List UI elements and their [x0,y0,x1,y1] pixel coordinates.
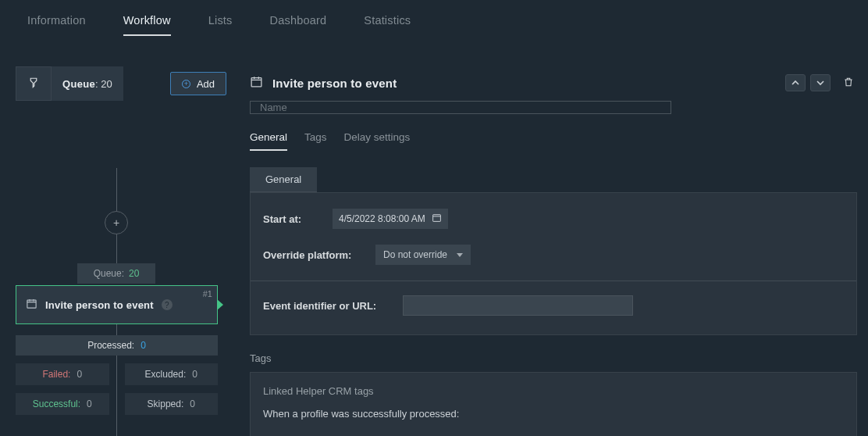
tab-information[interactable]: Information [27,14,86,36]
subtab-general[interactable]: General [250,131,287,151]
tab-dashboard[interactable]: Dashboard [270,14,327,36]
svg-rect-0 [27,300,36,308]
add-step-node[interactable]: + [105,211,128,234]
start-at-field[interactable]: 4/5/2022 8:08:00 AM [333,209,448,229]
tab-workflow[interactable]: Workflow [123,14,171,36]
active-step-arrow [217,299,223,310]
panel-title: Invite person to event [272,77,397,90]
subtab-delay-settings[interactable]: Delay settings [344,131,411,151]
processed-pill: Processed: 0 [16,335,218,356]
queue-label: Queue: 20 [52,66,123,101]
help-icon[interactable]: ? [162,299,173,310]
step-name-input[interactable] [250,101,671,114]
tags-section-header: Tags [250,352,857,364]
event-identifier-input[interactable] [403,295,633,316]
svg-rect-1 [251,78,261,87]
svg-rect-2 [432,215,440,222]
subtab-tags[interactable]: Tags [304,131,327,151]
queue-icon[interactable] [16,66,52,101]
tab-lists[interactable]: Lists [208,14,233,36]
step-number-badge: #1 [203,289,212,298]
delete-icon[interactable] [843,76,857,91]
move-down-button[interactable] [810,74,831,91]
queue-pill: Queue: 20 [77,263,155,284]
calendar-picker-icon [432,213,442,225]
stat-skipped: Skipped:0 [125,393,219,415]
plus-circle-icon: + [182,80,190,88]
section-tab-general: General [250,167,317,192]
move-up-button[interactable] [785,74,806,91]
override-platform-label: Override platform: [263,249,365,261]
start-at-label: Start at: [263,213,322,225]
tab-statistics[interactable]: Statistics [364,14,411,36]
event-identifier-label: Event identifier or URL: [263,300,392,312]
separator [251,281,856,281]
stat-failed: Failed:0 [16,363,109,385]
tags-subtitle: Linked Helper CRM tags [263,385,844,397]
tags-description: When a profile was successfully processe… [263,408,844,420]
override-platform-select[interactable]: Do not override [375,245,471,265]
workflow-step-card[interactable]: Invite person to event ? #1 [16,285,218,324]
stat-excluded: Excluded:0 [125,363,219,385]
calendar-icon [250,75,263,91]
calendar-icon [26,298,37,312]
stat-successful: Successful:0 [16,393,109,415]
add-button[interactable]: + Add [170,72,226,95]
